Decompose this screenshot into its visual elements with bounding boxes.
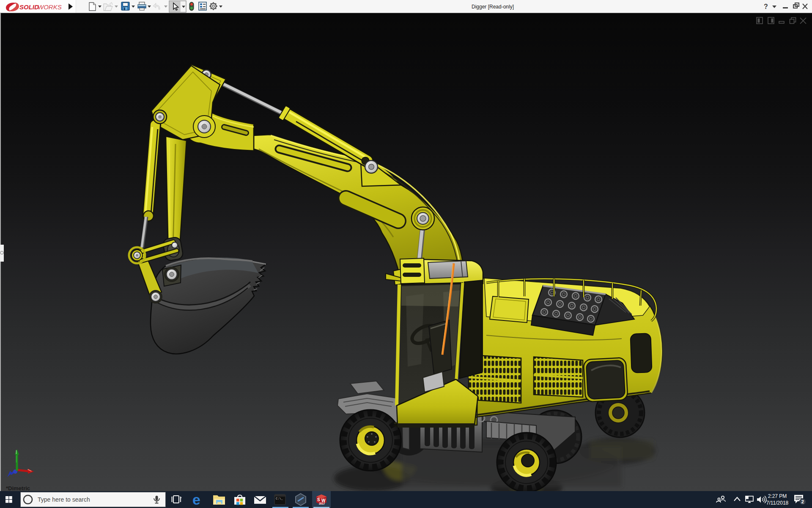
svg-text:2: 2: [801, 499, 804, 504]
svg-text:SOLID: SOLID: [19, 3, 39, 11]
svg-text:2017: 2017: [319, 502, 325, 505]
svg-text:WORKS: WORKS: [38, 3, 62, 11]
svg-text:e: e: [192, 491, 200, 508]
svg-text:C:\_: C:\_: [276, 497, 283, 500]
svg-text:S: S: [317, 497, 320, 502]
svg-text:?: ?: [764, 3, 768, 10]
svg-text:*Dimetric: *Dimetric: [6, 485, 30, 491]
